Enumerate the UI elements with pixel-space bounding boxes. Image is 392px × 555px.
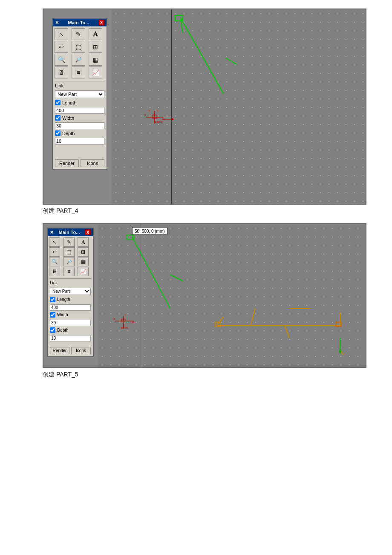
panel-buttons-2: Render Icons [48, 345, 93, 356]
section-2: ✕ Main To... X ↖ ✎ A ↩ ⬚ ⊞ 🔍 🔎 ▦ 🖥 ≡ 📈 L… [9, 223, 383, 379]
new-part-dropdown-1[interactable]: New Part [55, 90, 104, 98]
link-label-2: Link [48, 280, 93, 286]
width-input-1[interactable] [55, 122, 104, 129]
depth-checkbox-1[interactable] [55, 130, 61, 136]
depth-label-1: Depth [62, 131, 75, 136]
tool-stack-icon-2[interactable]: ≡ [63, 267, 75, 276]
width-checkbox-2[interactable] [50, 312, 55, 318]
tool-pencil-icon-2[interactable]: ✎ [63, 237, 75, 247]
tool-monitor-icon-2[interactable]: 🖥 [49, 267, 60, 276]
panel-close-btn-1[interactable]: X [98, 20, 104, 26]
svg-line-21 [285, 325, 289, 338]
length-checkbox-row-1: Length [53, 99, 107, 106]
toolbar-panel-2: ✕ Main To... X ↖ ✎ A ↩ ⬚ ⊞ 🔍 🔎 ▦ 🖥 ≡ 📈 L… [47, 228, 94, 357]
divider-2 [49, 278, 91, 279]
depth-checkbox-2[interactable] [50, 327, 55, 333]
length-label-1: Length [62, 100, 77, 105]
svg-line-0 [181, 18, 224, 94]
depth-checkbox-row-1: Depth [53, 130, 107, 137]
new-part-dropdown-2[interactable]: New Part [50, 288, 91, 295]
length-input-1[interactable] [55, 107, 104, 114]
tool-select-icon-2[interactable]: ↖ [49, 237, 60, 247]
toolbar-icons-grid-1: ↖ ✎ A ↩ ⬚ ⊞ 🔍 🔎 ▦ 🖥 ≡ 📈 [53, 26, 107, 80]
svg-text:Y: Y [156, 109, 159, 113]
panel-title-bar-2: ✕ Main To... X [48, 228, 93, 236]
canvas-1: X X gravity Y Y [112, 9, 366, 204]
toolbar-panel-1: ✕ Main To... X ↖ ✎ A ↩ ⬚ ⊞ 🔍 🔎 ▦ 🖥 ≡ 📈 L… [52, 18, 107, 170]
length-label-2: Length [57, 297, 70, 302]
tool-undo-icon[interactable]: ↩ [55, 41, 68, 53]
panel-icon-2: ✕ [50, 230, 54, 235]
depth-label-2: Depth [57, 328, 69, 332]
svg-text:X: X [144, 113, 147, 117]
tool-chart-icon-2[interactable]: 📈 [78, 267, 89, 276]
dropdown-row-2: New Part [48, 286, 93, 296]
width-input-2[interactable] [50, 320, 91, 326]
tool-stack-icon[interactable]: ≡ [72, 66, 85, 78]
tool-copy-icon-2[interactable]: ⬚ [63, 247, 75, 257]
svg-text:Y: Y [148, 109, 151, 113]
tool-monitor-icon[interactable]: 🖥 [55, 66, 68, 78]
depth-input-1[interactable] [55, 138, 104, 145]
icons-btn-1[interactable]: Icons [81, 159, 104, 167]
width-checkbox-row-2: Width [48, 311, 93, 318]
depth-input-2[interactable] [50, 335, 91, 341]
tool-film-icon-2[interactable]: ▦ [78, 257, 89, 266]
caption-1: 创建 PART_4 [43, 207, 383, 215]
drawing-svg-1: X X gravity Y Y [112, 9, 366, 204]
drawing-svg-2: X X Y gravity [98, 224, 366, 367]
tool-grid-icon-2[interactable]: ⊞ [78, 247, 89, 257]
tool-zoomin-icon[interactable]: 🔍 [55, 54, 68, 66]
caption-2: 创建 PART_5 [43, 371, 383, 379]
render-btn-1[interactable]: Render [55, 159, 79, 167]
coord-display: 50, 500, 0 (mm) [132, 228, 167, 235]
svg-line-2 [226, 58, 236, 64]
screenshot-1: ✕ Main To... X ↖ ✎ A ↩ ⬚ ⊞ 🔍 🔎 ▦ 🖥 ≡ 📈 L… [43, 9, 366, 205]
svg-text:X: X [113, 318, 115, 321]
depth-checkbox-row-2: Depth [48, 327, 93, 334]
panel-title-text: Main To... [68, 20, 89, 25]
render-btn-2[interactable]: Render [50, 347, 69, 354]
length-checkbox-1[interactable] [55, 100, 61, 105]
canvas-2: 50, 500, 0 (mm) [98, 224, 366, 367]
panel-close-btn-2[interactable]: X [85, 229, 91, 235]
width-label-2: Width [57, 312, 68, 317]
dropdown-row-1: New Part [53, 89, 107, 99]
tool-copy-icon[interactable]: ⬚ [72, 41, 85, 53]
panel-title-icon: ✕ [55, 20, 59, 26]
width-checkbox-1[interactable] [55, 115, 61, 121]
tool-text-icon-2[interactable]: A [78, 237, 89, 247]
tool-film-icon[interactable]: ▦ [89, 54, 102, 66]
svg-line-16 [170, 275, 183, 281]
panel-title-bar-1: ✕ Main To... X [53, 19, 107, 26]
toolbar-icons-grid-2: ↖ ✎ A ↩ ⬚ ⊞ 🔍 🔎 ▦ 🖥 ≡ 📈 [48, 236, 93, 278]
svg-line-14 [132, 237, 170, 309]
length-checkbox-2[interactable] [50, 297, 55, 302]
screenshot-2: ✕ Main To... X ↖ ✎ A ↩ ⬚ ⊞ 🔍 🔎 ▦ 🖥 ≡ 📈 L… [43, 223, 366, 368]
length-checkbox-row-2: Length [48, 296, 93, 303]
tool-pencil-icon[interactable]: ✎ [72, 28, 85, 40]
tool-zoomin-icon-2[interactable]: 🔍 [49, 257, 60, 266]
tool-undo-icon-2[interactable]: ↩ [49, 247, 60, 257]
icons-btn-2[interactable]: Icons [71, 347, 91, 354]
svg-text:X: X [132, 321, 134, 324]
divider-1 [55, 81, 105, 81]
tool-select-icon[interactable]: ↖ [55, 28, 68, 40]
section-1: ✕ Main To... X ↖ ✎ A ↩ ⬚ ⊞ 🔍 🔎 ▦ 🖥 ≡ 📈 L… [9, 9, 383, 215]
svg-line-20 [251, 309, 255, 326]
tool-grid-icon[interactable]: ⊞ [89, 41, 102, 53]
length-input-2[interactable] [50, 304, 91, 311]
svg-marker-13 [172, 118, 174, 121]
width-checkbox-row-1: Width [53, 114, 107, 121]
panel-buttons-1: Render Icons [53, 158, 107, 169]
panel-title-text-2: Main To... [59, 230, 80, 235]
svg-text:gravity: gravity [121, 327, 129, 329]
link-label: Link [53, 82, 107, 89]
svg-text:Y: Y [124, 313, 127, 316]
tool-zoomout-icon-2[interactable]: 🔎 [63, 257, 75, 266]
tool-text-icon[interactable]: A [89, 28, 102, 40]
svg-text:gravity: gravity [154, 120, 163, 124]
tool-zoomout-icon[interactable]: 🔎 [72, 54, 85, 66]
tool-chart-icon[interactable]: 📈 [89, 66, 102, 78]
width-label-1: Width [62, 116, 74, 121]
